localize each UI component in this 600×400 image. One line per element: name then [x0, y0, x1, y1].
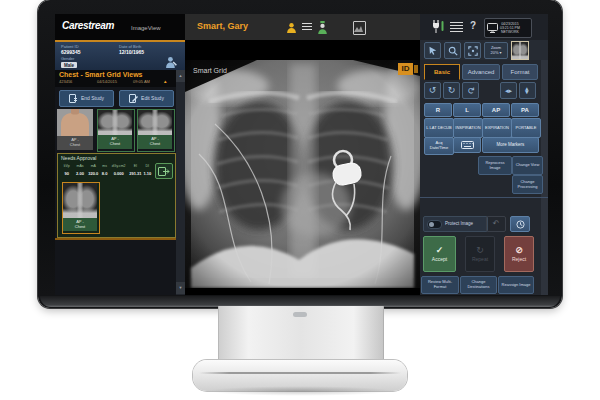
undo-button[interactable]: ↶: [486, 216, 506, 232]
zoom-value: 20%: [490, 51, 498, 56]
status-box[interactable]: 04/23/2015 03:21:51 PM NETWORK: [484, 18, 532, 38]
tech-person-icon[interactable]: [316, 20, 328, 34]
no-entry-icon: ⊘: [515, 246, 523, 255]
scene: Carestream ImageView Smart, Gary ?: [0, 0, 600, 400]
worklist-icon[interactable]: [302, 23, 312, 32]
magnify-tool-button[interactable]: [444, 42, 461, 59]
marker-llat-decub-button[interactable]: L LAT DECUB: [424, 118, 454, 138]
study-date: 04/14/2015: [97, 80, 117, 85]
edit-study-label: Edit Study: [141, 96, 164, 102]
flip-horizontal-button[interactable]: ◂▸: [500, 82, 517, 99]
current-image-thumbnail[interactable]: [511, 41, 529, 60]
marker-l-button[interactable]: L: [453, 103, 481, 117]
keyboard-icon: [461, 141, 474, 149]
viewport-letterbox: [185, 288, 420, 295]
scroll-up-button[interactable]: ▲: [176, 70, 185, 82]
floor-shadow: [168, 384, 432, 398]
col-mas: mAs: [73, 164, 86, 168]
protect-image-toggle-row[interactable]: Protect Image: [423, 216, 488, 232]
change-processing-button[interactable]: Change Processing: [512, 175, 543, 194]
thumbnail-ap-chest-2[interactable]: AP -Chest: [137, 109, 175, 152]
study-header[interactable]: Chest - Smart Grid Views 423456 04/14/20…: [55, 70, 176, 87]
sidebar-scrollbar[interactable]: [176, 70, 185, 295]
xray-thumbnail-image: [138, 110, 172, 135]
screen: Carestream ImageView Smart, Gary ?: [55, 14, 548, 295]
image-viewport[interactable]: Smart Grid ID: [185, 40, 420, 295]
xray-thumbnail-image: [98, 110, 132, 135]
marker-expiration-button[interactable]: EXPIRATION: [482, 118, 512, 138]
end-study-button[interactable]: End Study: [59, 90, 114, 107]
protect-toggle[interactable]: [427, 220, 442, 229]
app-logo-bar: Carestream ImageView: [55, 14, 185, 41]
rotate-ccw-button[interactable]: ↺: [424, 82, 441, 99]
thumbnail-label: AP -Chest: [57, 136, 93, 150]
technique-value-row: 90 2.00 320.0 8.0 0.000 291.31 1.10: [60, 171, 152, 178]
patient-icon[interactable]: [285, 21, 297, 33]
thumbnail-ap-chest-1[interactable]: AP -Chest: [97, 109, 135, 152]
keyboard-marker-button[interactable]: [453, 137, 481, 153]
viewport-grid-label: Smart Grid: [193, 67, 227, 75]
val-mas: 2.00: [73, 172, 86, 177]
timer-button[interactable]: [510, 216, 530, 232]
edit-study-button[interactable]: Edit Study: [119, 90, 174, 107]
study-title: Chest - Smart Grid Views: [59, 71, 143, 79]
study-time: 09:05 AM: [133, 80, 150, 85]
accession-number: 423456: [59, 80, 72, 85]
reassign-image-button[interactable]: Reassign Image: [498, 276, 534, 294]
review-multiformat-button[interactable]: Review Multi-Format: [421, 276, 459, 294]
change-view-button[interactable]: Change View: [512, 156, 543, 175]
id-marker-badge[interactable]: ID: [398, 63, 413, 75]
patient-id-value: 6299345: [61, 50, 80, 56]
menu-icon[interactable]: [450, 22, 463, 32]
tab-advanced[interactable]: Advanced: [462, 64, 500, 80]
reject-button[interactable]: ⊘ Reject: [504, 236, 534, 272]
reprocess-image-button[interactable]: Reprocess Image: [478, 156, 512, 175]
panel-divider: [420, 197, 548, 198]
stand-base-seam: [199, 372, 401, 374]
rotate-180-button[interactable]: ↻: [462, 82, 479, 99]
tab-basic[interactable]: Basic: [424, 64, 460, 80]
thumbnail-body-diagram[interactable]: AP -Chest: [57, 109, 93, 150]
scroll-down-icon: ▼: [179, 286, 183, 291]
xray-thumbnail-image: [63, 183, 97, 218]
flip-vertical-button[interactable]: ◂▸: [519, 82, 536, 99]
gender-value: Male: [61, 62, 77, 68]
help-icon[interactable]: ?: [470, 21, 476, 31]
pan-tool-button[interactable]: [424, 42, 441, 59]
marker-r-button[interactable]: R: [424, 103, 452, 117]
patient-info-card[interactable]: Patient ID 6299345 Date of Birth 12/10/1…: [55, 40, 185, 72]
val-dap: 0.000: [109, 172, 128, 177]
rotate-cw-button[interactable]: ↻: [443, 82, 460, 99]
power-plug-icon[interactable]: [430, 19, 444, 34]
scroll-down-button[interactable]: ▼: [176, 282, 185, 294]
col-dap: dGy.cm2: [109, 164, 128, 168]
thumbnail-ap-chest-pending[interactable]: AP -Chest: [62, 182, 100, 234]
marker-pa-button[interactable]: PA: [511, 103, 539, 117]
pan-arrow-icon: [428, 46, 437, 55]
thumbnail-label: AP -Chest: [138, 135, 172, 149]
technique-header-row: kVp mAs mA ms dGy.cm2 EI DI: [60, 163, 152, 170]
repeat-button[interactable]: ↻ Repeat: [465, 236, 495, 272]
fit-to-window-button[interactable]: [464, 42, 481, 59]
image-page-icon[interactable]: [353, 21, 366, 35]
patient-edit-icon[interactable]: [165, 56, 178, 68]
toggle-knob: [429, 222, 434, 227]
marker-ap-button[interactable]: AP: [482, 103, 510, 117]
view-toolbar: Zoom 20%▾: [420, 40, 548, 61]
reject-label: Reject: [512, 257, 526, 263]
col-ei: EI: [128, 164, 143, 168]
acq-datetime-button[interactable]: Acq Date/Time: [424, 137, 454, 155]
tab-format[interactable]: Format: [502, 64, 538, 80]
marker-portable-button[interactable]: PORTABLE: [511, 118, 541, 138]
more-markers-button[interactable]: More Markers: [482, 137, 539, 153]
thumbnail-label: AP -Chest: [63, 218, 97, 231]
zoom-dropdown[interactable]: Zoom 20%▾: [484, 42, 508, 59]
val-di: 1.10: [143, 172, 152, 177]
accept-button[interactable]: ✓ Accept: [423, 236, 456, 272]
body-diagram-image: [57, 109, 93, 136]
send-image-button[interactable]: [155, 163, 173, 179]
change-destinations-button[interactable]: Change Destinations: [460, 276, 497, 294]
repeat-label: Repeat: [472, 257, 488, 263]
marker-inspiration-button[interactable]: INSPIRATION: [453, 118, 483, 138]
gender-label: Gender: [61, 57, 74, 62]
